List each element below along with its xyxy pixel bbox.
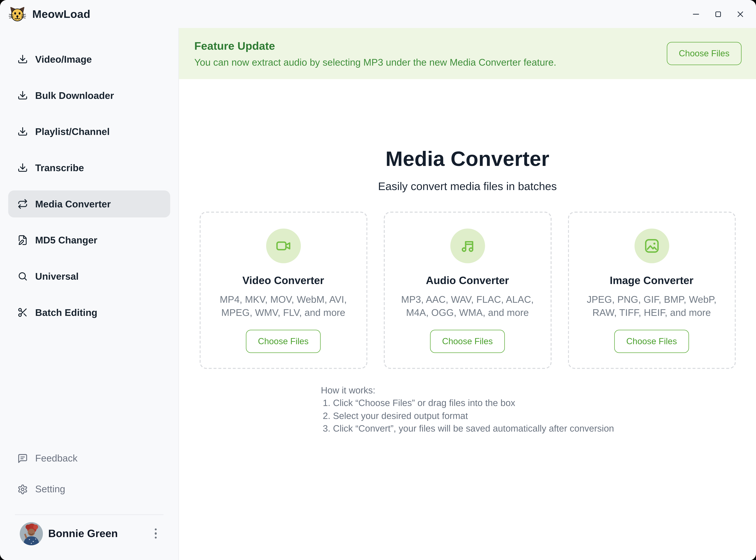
sidebar-item-bulk-downloader[interactable]: Bulk Downloader	[8, 82, 170, 109]
image-icon-circle	[634, 228, 669, 263]
page-subtitle: Easily convert media files in batches	[179, 181, 756, 192]
app-window: MeowLoad Video/Image Bulk Downloader Pla	[0, 0, 756, 560]
sidebar-item-label: Video/Image	[35, 54, 92, 65]
banner-choose-files-button[interactable]: Choose Files	[667, 42, 741, 65]
page-title: Media Converter	[179, 148, 756, 169]
titlebar: MeowLoad	[0, 0, 756, 28]
how-it-works: How it works: 1. Click “Choose Files” or…	[321, 384, 614, 435]
sidebar-divider	[15, 514, 163, 515]
sidebar-item-video-image[interactable]: Video/Image	[8, 46, 170, 73]
sidebar-item-label: Feedback	[35, 453, 78, 464]
download-icon	[17, 162, 28, 173]
sidebar-item-feedback[interactable]: Feedback	[8, 445, 170, 472]
banner-title: Feature Update	[194, 39, 667, 52]
sidebar-item-label: Universal	[35, 271, 79, 282]
maximize-icon	[714, 10, 722, 18]
sidebar-item-label: Bulk Downloader	[35, 90, 114, 101]
user-name: Bonnie Green	[48, 527, 118, 540]
converter-cards: Video Converter MP4, MKV, MOV, WebM, AVI…	[179, 212, 756, 369]
audio-icon-circle	[450, 228, 485, 263]
converter-page: Media Converter Easily convert media fil…	[179, 148, 756, 435]
music-note-icon	[459, 238, 476, 254]
image-converter-dropzone[interactable]: Image Converter JPEG, PNG, GIF, BMP, Web…	[568, 212, 736, 369]
close-button[interactable]	[731, 4, 749, 24]
sidebar-item-label: Media Converter	[35, 198, 111, 209]
video-choose-files-button[interactable]: Choose Files	[246, 330, 321, 353]
user-menu-kebab-icon[interactable]	[152, 525, 159, 541]
close-icon	[736, 10, 744, 18]
sidebar-item-universal[interactable]: Universal	[8, 263, 170, 290]
card-formats: MP4, MKV, MOV, WebM, AVI, MPEG, WMV, FLV…	[211, 293, 356, 319]
sidebar-item-setting[interactable]: Setting	[8, 476, 170, 503]
image-icon	[643, 238, 660, 254]
how-step-3: 3. Click “Convert”, your files will be s…	[323, 422, 614, 435]
sidebar-item-label: MD5 Changer	[35, 235, 97, 245]
scissors-icon	[17, 307, 28, 318]
sidebar-item-label: Playlist/Channel	[35, 126, 110, 137]
sidebar-item-label: Transcribe	[35, 162, 84, 173]
video-icon-circle	[266, 228, 300, 263]
sidebar-item-media-converter[interactable]: Media Converter	[8, 191, 170, 217]
card-formats: MP3, AAC, WAV, FLAC, ALAC, M4A, OGG, WMA…	[395, 293, 540, 319]
audio-converter-dropzone[interactable]: Audio Converter MP3, AAC, WAV, FLAC, ALA…	[384, 212, 552, 369]
sidebar-nav: Video/Image Bulk Downloader Playlist/Cha…	[0, 28, 178, 335]
card-title: Image Converter	[610, 275, 693, 286]
image-choose-files-button[interactable]: Choose Files	[614, 330, 689, 353]
sidebar-item-playlist-channel[interactable]: Playlist/Channel	[8, 118, 170, 145]
sidebar-item-label: Batch Editing	[35, 307, 97, 318]
banner-message: You can now extract audio by selecting M…	[194, 57, 667, 68]
how-step-2: 2. Select your desired output format	[323, 410, 614, 422]
sidebar-item-md5-changer[interactable]: MD5 Changer	[8, 227, 170, 254]
sidebar: Video/Image Bulk Downloader Playlist/Cha…	[0, 28, 179, 560]
download-icon	[17, 54, 28, 65]
download-icon	[17, 126, 28, 137]
download-icon	[17, 90, 28, 101]
sidebar-item-transcribe[interactable]: Transcribe	[8, 154, 170, 181]
minimize-button[interactable]	[687, 4, 704, 24]
card-formats: JPEG, PNG, GIF, BMP, WebP, RAW, TIFF, HE…	[579, 293, 724, 319]
card-title: Audio Converter	[426, 275, 509, 286]
how-step-1: 1. Click “Choose Files” or drag files in…	[323, 397, 614, 410]
audio-choose-files-button[interactable]: Choose Files	[430, 330, 505, 353]
feedback-message-icon	[17, 453, 28, 464]
user-profile-row[interactable]: Bonnie Green	[8, 522, 170, 545]
feature-update-banner: Feature Update You can now extract audio…	[179, 28, 756, 79]
repeat-icon	[17, 199, 28, 209]
card-title: Video Converter	[242, 275, 324, 286]
main-content: Feature Update You can now extract audio…	[179, 28, 756, 560]
sidebar-footer: Feedback Setting	[0, 445, 178, 560]
how-it-works-heading: How it works:	[321, 384, 614, 397]
sidebar-item-batch-editing[interactable]: Batch Editing	[8, 299, 170, 326]
video-converter-dropzone[interactable]: Video Converter MP4, MKV, MOV, WebM, AVI…	[199, 212, 367, 369]
sidebar-item-label: Setting	[35, 483, 65, 495]
maximize-button[interactable]	[709, 4, 727, 24]
cat-logo-icon	[9, 6, 26, 22]
gear-icon	[17, 484, 28, 495]
minimize-icon	[692, 10, 700, 18]
search-icon	[17, 271, 28, 282]
app-title: MeowLoad	[32, 7, 91, 20]
avatar	[20, 522, 43, 545]
file-pen-icon	[17, 235, 28, 245]
video-camera-icon	[275, 238, 292, 254]
